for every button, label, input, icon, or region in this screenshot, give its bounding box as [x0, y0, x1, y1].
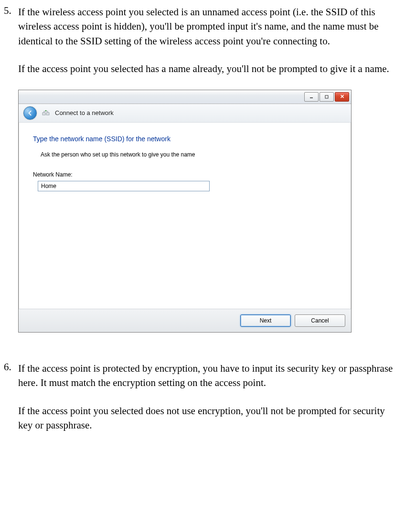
connect-network-dialog: ✕ — [18, 90, 352, 333]
svg-rect-3 — [46, 113, 49, 115]
step-5-body: If the wireless access point you selecte… — [18, 5, 401, 347]
minimize-icon — [309, 94, 314, 99]
minimize-button[interactable] — [304, 92, 319, 102]
next-button-label: Next — [260, 317, 272, 324]
svg-rect-2 — [43, 113, 45, 115]
close-button[interactable]: ✕ — [335, 92, 349, 102]
maximize-button[interactable] — [320, 92, 334, 102]
svg-point-4 — [45, 110, 46, 111]
network-name-input[interactable] — [38, 181, 210, 191]
step-5: 5. If the wireless access point you sele… — [4, 5, 401, 347]
dialog-content: Type the network name (SSID) for the net… — [19, 123, 351, 309]
nav-row: Connect to a network — [19, 104, 351, 123]
step-6-paragraph-2: If the access point you selected does no… — [18, 404, 401, 433]
step-6-number: 6. — [4, 361, 18, 446]
dialog-heading: Type the network name (SSID) for the net… — [33, 135, 337, 143]
step-6-body: If the access point is protected by encr… — [18, 361, 401, 446]
back-arrow-icon — [27, 110, 33, 116]
network-wizard-icon — [42, 109, 50, 117]
document-page: 5. If the wireless access point you sele… — [0, 0, 405, 480]
step-5-number: 5. — [4, 5, 18, 347]
step-6: 6. If the access point is protected by e… — [4, 361, 401, 446]
next-button[interactable]: Next — [240, 314, 291, 327]
cancel-button-label: Cancel — [311, 317, 329, 324]
step-5-paragraph-2: If the access point you selected has a n… — [18, 62, 401, 76]
cancel-button[interactable]: Cancel — [295, 314, 345, 327]
close-icon: ✕ — [340, 94, 344, 99]
back-button[interactable] — [23, 106, 37, 120]
step-5-paragraph-1: If the wireless access point you selecte… — [18, 5, 401, 48]
nav-title: Connect to a network — [55, 109, 114, 116]
svg-rect-1 — [325, 95, 328, 98]
dialog-subtext: Ask the person who set up this network t… — [41, 151, 337, 158]
titlebar: ✕ — [19, 90, 351, 104]
maximize-icon — [324, 94, 329, 99]
dialog-footer: Next Cancel — [19, 309, 351, 332]
step-6-paragraph-1: If the access point is protected by encr… — [18, 361, 401, 390]
network-name-label: Network Name: — [33, 171, 337, 178]
